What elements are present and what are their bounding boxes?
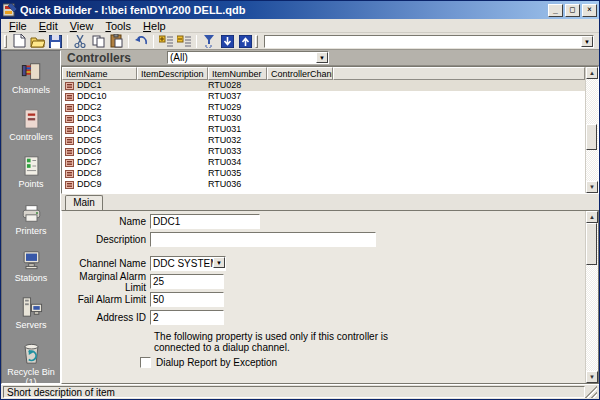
sidebar-item-printers[interactable]: Printers: [3, 202, 59, 236]
open-button[interactable]: [28, 34, 46, 49]
form-scroll-track[interactable]: [586, 223, 598, 371]
controller-item-icon: [65, 159, 74, 167]
channel-name-combobox[interactable]: DDC SYSTEM ▼: [150, 256, 226, 271]
item-description: [137, 168, 208, 179]
marginal-alarm-limit-field[interactable]: [150, 274, 224, 289]
form-scroll-thumb[interactable]: [586, 223, 597, 265]
sidebar-item-points[interactable]: Points: [3, 155, 59, 189]
cut-scissors-icon: [74, 35, 86, 48]
sidebar-item-recycle-bin[interactable]: Recycle Bin (1): [3, 343, 59, 384]
maximize-button[interactable]: □: [565, 4, 580, 17]
download-button[interactable]: [218, 34, 236, 49]
column-header-controllerchannel[interactable]: ControllerChann...: [267, 67, 333, 80]
cut-button[interactable]: [71, 34, 89, 49]
toolbar-combobox-value: [265, 36, 581, 47]
sidebar: Channels Controllers Points: [1, 50, 61, 384]
filter-funnel-icon: [203, 35, 215, 48]
item-channel: [267, 168, 333, 179]
save-button[interactable]: [46, 34, 64, 49]
add-item-button[interactable]: [157, 34, 175, 49]
list-scrollbar[interactable]: ▲ ▼: [585, 67, 598, 193]
close-button[interactable]: ×: [582, 4, 597, 17]
new-button[interactable]: [10, 34, 28, 49]
resize-grip[interactable]: [585, 386, 597, 398]
tab-main[interactable]: Main: [65, 195, 103, 210]
item-channel: [267, 80, 333, 91]
column-header-itemdescription[interactable]: ItemDescription: [137, 67, 208, 80]
table-row[interactable]: DDC10 RTU037: [62, 91, 585, 102]
item-channel: [267, 157, 333, 168]
undo-button[interactable]: [132, 34, 150, 49]
table-row[interactable]: DDC2 RTU029: [62, 102, 585, 113]
remove-item-button[interactable]: [175, 34, 193, 49]
fail-alarm-limit-field[interactable]: [150, 292, 224, 307]
item-number: RTU032: [208, 135, 267, 146]
form-scrollbar[interactable]: ▲ ▼: [585, 211, 598, 383]
minimize-button[interactable]: _: [548, 4, 563, 17]
table-row[interactable]: DDC5 RTU032: [62, 135, 585, 146]
undo-arrow-icon: [134, 36, 148, 47]
scroll-down-icon[interactable]: ▼: [586, 371, 598, 383]
name-field[interactable]: [150, 214, 260, 229]
sidebar-item-channels[interactable]: Channels: [3, 61, 59, 95]
menu-file[interactable]: File: [3, 20, 33, 32]
table-row[interactable]: DDC9 RTU036: [62, 179, 585, 190]
column-header-filler: [333, 67, 585, 80]
scroll-up-icon[interactable]: ▲: [586, 211, 598, 223]
item-channel: [267, 91, 333, 102]
dialup-checkbox[interactable]: [140, 357, 151, 368]
table-row[interactable]: DDC8 RTU035: [62, 168, 585, 179]
table-row[interactable]: DDC1 RTU028: [62, 80, 585, 91]
copy-button[interactable]: [89, 34, 107, 49]
panel-header: Controllers (All) ▼: [61, 50, 599, 66]
item-number: RTU035: [208, 168, 267, 179]
scroll-down-icon[interactable]: ▼: [586, 181, 598, 193]
column-header-itemnumber[interactable]: ItemNumber: [208, 67, 267, 80]
item-description: [137, 135, 208, 146]
app-icon[interactable]: [3, 3, 17, 17]
table-row[interactable]: DDC6 RTU033: [62, 146, 585, 157]
address-id-field[interactable]: [150, 310, 224, 325]
remove-item-icon: [177, 35, 191, 47]
item-description: [137, 157, 208, 168]
fail-alarm-limit-label: Fail Alarm Limit: [62, 294, 150, 305]
item-number: RTU033: [208, 146, 267, 157]
scroll-up-icon[interactable]: ▲: [586, 67, 598, 79]
item-number: RTU036: [208, 179, 267, 190]
menu-edit[interactable]: Edit: [33, 20, 64, 32]
sidebar-item-controllers[interactable]: Controllers: [3, 108, 59, 142]
controller-item-icon: [65, 148, 74, 156]
table-row[interactable]: DDC4 RTU031: [62, 124, 585, 135]
item-name: DDC9: [77, 179, 102, 190]
chevron-down-icon[interactable]: ▼: [316, 52, 328, 63]
filter-button[interactable]: [200, 34, 218, 49]
list-scroll-track[interactable]: [586, 79, 598, 181]
chevron-down-icon[interactable]: ▼: [213, 257, 225, 268]
property-tabstrip: Main: [61, 194, 599, 210]
menu-help[interactable]: Help: [137, 20, 172, 32]
title-bar: Quick Builder - I:\bei fen\DY\r200 DELL.…: [1, 1, 599, 19]
quick-builder-window: Quick Builder - I:\bei fen\DY\r200 DELL.…: [0, 0, 600, 400]
servers-icon: [20, 296, 43, 318]
controller-item-icon: [65, 104, 74, 112]
table-row[interactable]: DDC7 RTU034: [62, 157, 585, 168]
list-scroll-thumb[interactable]: [586, 124, 597, 150]
save-floppy-icon: [49, 35, 62, 48]
column-header-itemname[interactable]: ItemName: [62, 67, 137, 80]
paste-button[interactable]: [107, 34, 125, 49]
table-row[interactable]: DDC3 RTU030: [62, 113, 585, 124]
sidebar-item-servers[interactable]: Servers: [3, 296, 59, 330]
menu-tools[interactable]: Tools: [99, 20, 137, 32]
controller-item-icon: [65, 181, 74, 189]
upload-button[interactable]: [236, 34, 254, 49]
sidebar-item-stations[interactable]: Stations: [3, 249, 59, 283]
controller-item-icon: [65, 93, 74, 101]
item-channel: [267, 179, 333, 190]
description-field[interactable]: [150, 232, 376, 247]
item-description: [137, 102, 208, 113]
menu-view[interactable]: View: [64, 20, 100, 32]
toolbar-combobox[interactable]: ▼: [264, 35, 594, 48]
controller-item-icon: [65, 170, 74, 178]
chevron-down-icon[interactable]: ▼: [581, 36, 593, 47]
filter-combobox[interactable]: (All) ▼: [167, 51, 329, 64]
